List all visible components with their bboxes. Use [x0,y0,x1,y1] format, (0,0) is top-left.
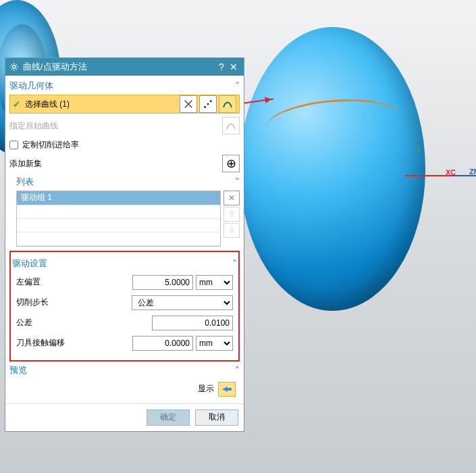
chevron-up-icon: ˄ [235,176,240,187]
orig-curve-button [222,117,240,134]
model-ball-end [240,27,425,311]
add-new-set-row: 添加新集 ⊕ [9,154,240,173]
preview-show-button[interactable] [218,382,236,397]
svg-point-0 [13,66,16,69]
reverse-direction-button[interactable] [180,95,197,113]
chevron-up-icon: ˄ [232,258,237,269]
chevron-up-icon: ˄ [235,80,240,91]
custom-feed-label: 定制切削进给率 [22,139,79,151]
gear-icon [9,62,19,72]
help-button[interactable]: ? [215,61,228,72]
list-item [17,205,220,218]
specify-original-curve-row: 指定原始曲线 [9,116,240,135]
list-header[interactable]: 列表 ˄ [16,173,240,191]
left-offset-row: 左偏置 mm [12,272,237,293]
add-set-label: 添加新集 [9,158,220,170]
drive-groups-list[interactable]: 驱动组 1 [16,191,221,247]
list-item [17,218,220,232]
select-curve-row[interactable]: ✓ 选择曲线 (1) [9,95,240,114]
left-offset-unit[interactable]: mm [196,275,233,290]
close-button[interactable]: ✕ [228,61,240,72]
left-offset-input[interactable] [132,275,193,290]
highlighted-settings-frame: 驱动设置 ˄ 左偏置 mm 切削步长 公差 公差 刀具接触偏移 mm [9,251,240,362]
contact-offset-row: 刀具接触偏移 mm [12,333,237,353]
curve-icon [226,120,236,131]
custom-feed-row[interactable]: 定制切削进给率 [9,135,240,154]
contact-offset-label: 刀具接触偏移 [16,337,132,349]
tolerance-input[interactable] [152,316,233,330]
add-set-button[interactable]: ⊕ [222,155,240,172]
axis-label-zm: ZM [469,168,476,176]
preview-show-label: 显示 [198,383,214,395]
axis-label-xc: XC [446,168,456,176]
dialog-title: 曲线/点驱动方法 [23,61,87,73]
axis-label-z: Z [413,193,418,201]
delete-item-button[interactable]: ✕ [223,191,240,205]
svg-point-1 [204,106,206,108]
ok-button[interactable]: 确定 [147,409,190,426]
dialog-titlebar[interactable]: 曲线/点驱动方法 ? ✕ [5,58,244,76]
svg-rect-4 [228,388,232,391]
section-drive-geometry[interactable]: 驱动几何体 ˄ [9,77,240,95]
flashlight-icon [221,384,232,394]
list-item [17,232,220,245]
dots-icon [203,99,213,109]
swap-icon [184,99,193,109]
chevron-up-icon: ˄ [235,365,240,376]
csys-triad: XC ZM Y Z [405,166,473,206]
check-icon: ✓ [13,99,21,109]
points-option-button[interactable] [199,95,217,113]
move-up-button: ⇧ [223,207,240,222]
curve-option-button[interactable] [219,95,236,113]
curve-icon [222,99,233,109]
svg-point-2 [207,103,209,105]
svg-point-3 [210,100,212,102]
move-down-button: ⇩ [223,223,240,238]
list-item: 驱动组 1 [17,191,220,205]
left-offset-label: 左偏置 [16,276,132,288]
list-label: 列表 [16,176,34,188]
section-label: 驱动设置 [12,257,47,270]
plus-icon: ⊕ [226,156,236,171]
section-preview[interactable]: 预览 ˄ [9,362,240,379]
cut-step-select[interactable]: 公差 [132,295,233,310]
section-label: 预览 [9,364,27,376]
cut-step-label: 切削步长 [16,297,132,308]
cancel-button[interactable]: 取消 [195,409,238,426]
tolerance-row: 公差 [12,313,237,333]
dialog-footer: 确定 取消 [5,403,244,431]
contact-offset-unit[interactable]: mm [196,336,233,351]
axis-label-y: Y [416,145,421,153]
contact-offset-input[interactable] [132,336,193,351]
select-curve-label: 选择曲线 (1) [25,99,178,110]
cut-step-row: 切削步长 公差 [12,293,237,313]
section-drive-settings[interactable]: 驱动设置 ˄ [12,255,237,272]
custom-feed-checkbox[interactable] [9,141,18,149]
section-label: 驱动几何体 [9,80,53,92]
orig-curve-label: 指定原始曲线 [9,120,220,132]
tolerance-label: 公差 [16,317,152,328]
drive-method-dialog: 曲线/点驱动方法 ? ✕ 驱动几何体 ˄ ✓ 选择曲线 (1) 指定原始曲线 [5,57,244,432]
